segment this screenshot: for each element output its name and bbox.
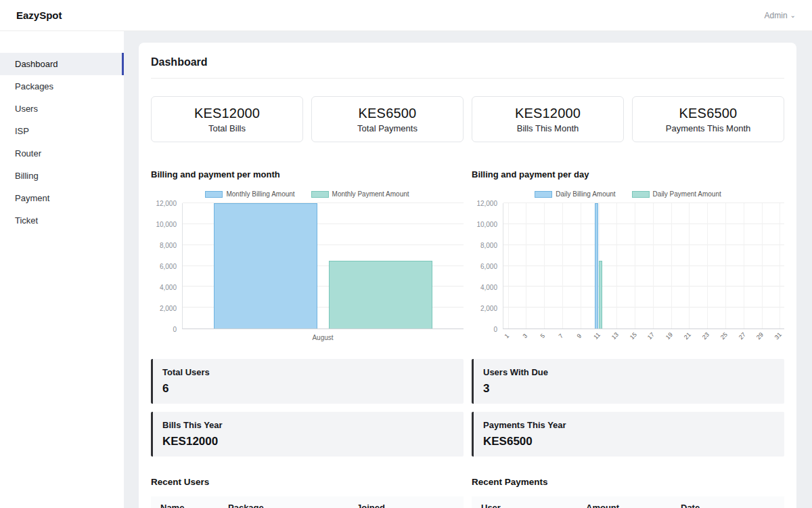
legend-label: Monthly Payment Amount: [332, 190, 409, 198]
panel-label: Total Users: [162, 367, 454, 377]
panel-users-with-due: Users With Due3: [472, 359, 784, 404]
gridline: [503, 286, 784, 287]
stat-label: Payments This Month: [666, 123, 750, 133]
y-tick-label: 4,000: [480, 284, 497, 291]
plot-area: [503, 203, 784, 329]
stat-card-payments-this-month: KES6500Payments This Month: [632, 96, 784, 142]
x-tick-label: 13: [610, 331, 620, 341]
sidebar-item-users[interactable]: Users: [0, 98, 124, 120]
x-tick-label: 19: [664, 331, 674, 341]
vertical-gridline: [508, 203, 509, 329]
sidebar: DashboardPackagesUsersISPRouterBillingPa…: [0, 31, 124, 508]
y-tick-label: 12,000: [476, 200, 497, 207]
page-title: Dashboard: [151, 56, 784, 68]
daily-billing-chart: Daily Billing AmountDaily Payment Amount…: [472, 190, 784, 345]
x-tick-label: 31: [773, 331, 783, 341]
y-tick-label: 10,000: [476, 221, 497, 228]
recent-tables-row: Recent Users NamePackageJoined Recent Pa…: [151, 477, 784, 508]
vertical-gridline: [635, 203, 635, 329]
stat-card-total-payments: KES6500Total Payments: [311, 96, 464, 142]
bar-daily-payment-amount-11: [599, 261, 602, 329]
x-tick-label: 21: [683, 331, 692, 341]
panel-label: Bills This Year: [162, 420, 454, 430]
stat-label: Bills This Month: [517, 123, 579, 133]
panel-payments-this-year: Payments This YearKES6500: [472, 412, 784, 457]
legend-label: Monthly Billing Amount: [226, 190, 294, 198]
plot-area: [182, 203, 464, 329]
sidebar-item-dashboard[interactable]: Dashboard: [0, 53, 124, 75]
monthly-billing-chart: Monthly Billing AmountMonthly Payment Am…: [151, 190, 464, 345]
vertical-gridline: [780, 203, 780, 329]
sidebar-item-isp[interactable]: ISP: [0, 120, 124, 142]
y-tick-label: 8,000: [480, 242, 497, 249]
stat-cards-row: KES12000Total BillsKES6500Total Payments…: [151, 96, 784, 142]
brand-logo: EazySpot: [16, 9, 62, 21]
y-tick-label: 12,000: [156, 200, 177, 207]
chart-legend: Daily Billing AmountDaily Payment Amount: [472, 190, 784, 198]
sidebar-item-billing[interactable]: Billing: [0, 165, 124, 187]
main-area: Dashboard KES12000Total BillsKES6500Tota…: [124, 31, 812, 508]
x-tick-label: August: [312, 334, 333, 341]
panel-value: KES6500: [483, 435, 775, 448]
top-bar: EazySpot Admin ⌄: [0, 0, 812, 31]
panel-bills-this-year: Bills This YearKES12000: [151, 412, 464, 457]
vertical-gridline: [526, 203, 526, 329]
chart-legend: Monthly Billing AmountMonthly Payment Am…: [151, 190, 464, 198]
x-tick-label: 11: [592, 331, 602, 341]
bar-daily-billing-amount-11: [595, 203, 598, 329]
gridline: [503, 224, 784, 224]
daily-chart-section: Billing and payment per day Daily Billin…: [472, 169, 784, 345]
app-layout: DashboardPackagesUsersISPRouterBillingPa…: [0, 31, 812, 508]
panel-value: 6: [162, 382, 454, 396]
gridline: [503, 245, 784, 245]
y-axis: 02,0004,0006,0008,00010,00012,000: [151, 203, 182, 329]
x-tick-label: 23: [701, 331, 710, 341]
gridline: [503, 266, 784, 266]
stat-value: KES6500: [359, 106, 417, 121]
x-tick-label: 15: [628, 331, 637, 341]
legend-swatch: [535, 191, 552, 198]
recent-users-table-header: NamePackageJoined: [151, 496, 464, 508]
legend-item: Daily Payment Amount: [632, 190, 721, 198]
sidebar-item-payment[interactable]: Payment: [0, 187, 124, 209]
admin-menu[interactable]: Admin ⌄: [765, 11, 796, 20]
legend-label: Daily Billing Amount: [556, 190, 615, 198]
sidebar-item-router[interactable]: Router: [0, 142, 124, 165]
sidebar-item-packages[interactable]: Packages: [0, 75, 124, 98]
recent-users-section: Recent Users NamePackageJoined: [151, 477, 464, 508]
y-tick-label: 2,000: [160, 305, 177, 312]
dashboard-card: Dashboard KES12000Total BillsKES6500Tota…: [139, 43, 796, 508]
vertical-gridline: [744, 203, 744, 329]
vertical-gridline: [562, 203, 563, 329]
legend-item: Monthly Payment Amount: [311, 190, 409, 198]
x-tick-label: 1: [503, 333, 510, 340]
vertical-gridline: [581, 203, 581, 329]
stat-value: KES6500: [679, 106, 738, 121]
legend-swatch: [632, 191, 650, 198]
vertical-gridline: [762, 203, 763, 329]
x-tick-label: 5: [539, 333, 547, 340]
vertical-gridline: [725, 203, 726, 329]
y-tick-label: 8,000: [160, 242, 177, 249]
y-tick-label: 4,000: [160, 284, 177, 291]
y-tick-label: 6,000: [160, 263, 177, 270]
column-header-date: Date: [681, 503, 775, 508]
vertical-gridline: [616, 203, 617, 329]
column-header-name: Name: [160, 503, 228, 508]
stat-value: KES12000: [194, 106, 260, 121]
column-header-user: User: [481, 503, 586, 508]
recent-users-title: Recent Users: [151, 477, 464, 487]
stat-value: KES12000: [515, 106, 581, 121]
panel-value: KES12000: [162, 435, 454, 448]
y-tick-label: 6,000: [480, 263, 497, 270]
bar-monthly-payment-amount-august: [329, 261, 433, 329]
monthly-chart-title: Billing and payment per month: [151, 169, 464, 179]
stat-card-bills-this-month: KES12000Bills This Month: [472, 96, 624, 142]
info-panels-grid: Total Users6Users With Due3Bills This Ye…: [151, 359, 784, 457]
vertical-gridline: [707, 203, 708, 329]
gridline: [503, 203, 784, 203]
legend-item: Monthly Billing Amount: [205, 190, 294, 198]
title-divider: [151, 78, 784, 79]
legend-item: Daily Billing Amount: [535, 190, 615, 198]
sidebar-item-ticket[interactable]: Ticket: [0, 209, 124, 232]
